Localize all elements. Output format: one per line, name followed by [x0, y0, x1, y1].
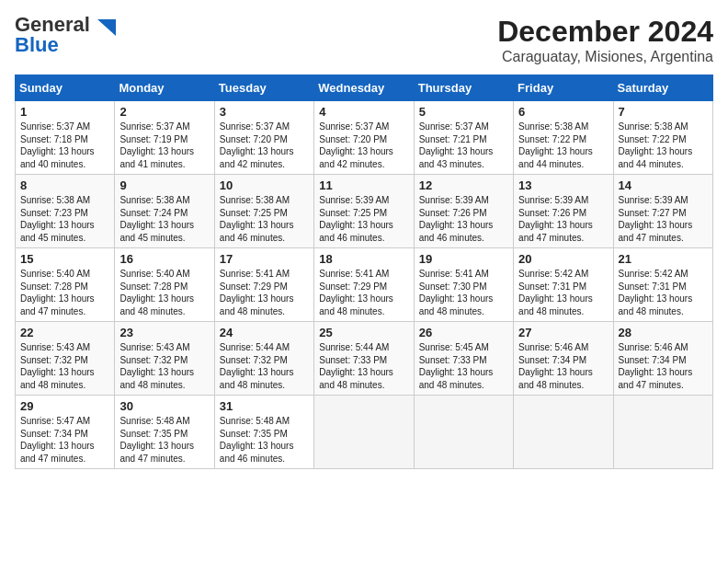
calendar-cell: 28 Sunrise: 5:46 AM Sunset: 7:34 PM Dayl…: [613, 322, 712, 396]
day-info: Sunrise: 5:37 AM Sunset: 7:21 PM Dayligh…: [419, 121, 508, 170]
day-info: Sunrise: 5:48 AM Sunset: 7:35 PM Dayligh…: [220, 415, 309, 465]
day-info: Sunrise: 5:43 AM Sunset: 7:32 PM Dayligh…: [20, 341, 109, 391]
calendar-cell: 21 Sunrise: 5:42 AM Sunset: 7:31 PM Dayl…: [613, 248, 712, 322]
day-info: Sunrise: 5:38 AM Sunset: 7:22 PM Dayligh…: [518, 121, 608, 170]
logo-icon: [92, 16, 118, 41]
day-info: Sunrise: 5:37 AM Sunset: 7:20 PM Dayligh…: [220, 121, 309, 170]
calendar-cell: 26 Sunrise: 5:45 AM Sunset: 7:33 PM Dayl…: [414, 322, 513, 396]
day-info: Sunrise: 5:37 AM Sunset: 7:18 PM Dayligh…: [20, 121, 109, 170]
day-number: 9: [119, 178, 209, 192]
calendar-cell: [414, 396, 513, 469]
day-number: 30: [119, 399, 209, 413]
calendar-cell: 24 Sunrise: 5:44 AM Sunset: 7:32 PM Dayl…: [214, 322, 313, 396]
day-number: 22: [20, 326, 109, 339]
day-number: 6: [518, 105, 608, 119]
calendar-cell: [613, 396, 712, 469]
calendar-cell: 16 Sunrise: 5:40 AM Sunset: 7:28 PM Dayl…: [115, 248, 214, 322]
calendar-cell: 1 Sunrise: 5:37 AM Sunset: 7:18 PM Dayli…: [16, 101, 115, 175]
day-info: Sunrise: 5:46 AM Sunset: 7:34 PM Dayligh…: [518, 341, 608, 391]
day-number: 10: [220, 178, 309, 192]
calendar-subtitle: Caraguatay, Misiones, Argentina: [497, 49, 713, 65]
calendar-week-row: 8 Sunrise: 5:38 AM Sunset: 7:23 PM Dayli…: [16, 175, 713, 248]
day-number: 17: [220, 252, 309, 266]
day-info: Sunrise: 5:38 AM Sunset: 7:25 PM Dayligh…: [220, 194, 309, 244]
day-info: Sunrise: 5:39 AM Sunset: 7:25 PM Dayligh…: [319, 194, 408, 244]
calendar-cell: 10 Sunrise: 5:38 AM Sunset: 7:25 PM Dayl…: [214, 175, 313, 248]
logo-text: General Blue: [15, 15, 90, 55]
day-number: 25: [319, 326, 408, 339]
calendar-cell: 6 Sunrise: 5:38 AM Sunset: 7:22 PM Dayli…: [514, 101, 613, 175]
weekday-header-friday: Friday: [514, 75, 613, 101]
calendar-cell: 19 Sunrise: 5:41 AM Sunset: 7:30 PM Dayl…: [414, 248, 513, 322]
calendar-cell: 12 Sunrise: 5:39 AM Sunset: 7:26 PM Dayl…: [414, 175, 513, 248]
calendar-week-row: 29 Sunrise: 5:47 AM Sunset: 7:34 PM Dayl…: [16, 396, 713, 469]
calendar-cell: 11 Sunrise: 5:39 AM Sunset: 7:25 PM Dayl…: [314, 175, 414, 248]
logo-blue: Blue: [15, 33, 59, 56]
day-info: Sunrise: 5:48 AM Sunset: 7:35 PM Dayligh…: [119, 415, 209, 465]
calendar-cell: 3 Sunrise: 5:37 AM Sunset: 7:20 PM Dayli…: [214, 101, 313, 175]
day-info: Sunrise: 5:40 AM Sunset: 7:28 PM Dayligh…: [119, 268, 209, 317]
day-number: 16: [119, 252, 209, 266]
day-number: 2: [119, 105, 209, 119]
day-number: 8: [20, 178, 109, 192]
day-number: 19: [419, 252, 508, 266]
weekday-header-wednesday: Wednesday: [314, 75, 414, 101]
day-number: 23: [119, 326, 209, 339]
calendar-cell: 8 Sunrise: 5:38 AM Sunset: 7:23 PM Dayli…: [16, 175, 115, 248]
calendar-cell: 23 Sunrise: 5:43 AM Sunset: 7:32 PM Dayl…: [115, 322, 214, 396]
calendar-week-row: 22 Sunrise: 5:43 AM Sunset: 7:32 PM Dayl…: [16, 322, 713, 396]
weekday-header-tuesday: Tuesday: [214, 75, 313, 101]
day-number: 28: [619, 326, 708, 339]
day-info: Sunrise: 5:38 AM Sunset: 7:23 PM Dayligh…: [20, 194, 109, 244]
day-number: 12: [419, 178, 508, 192]
day-number: 11: [319, 178, 408, 192]
day-info: Sunrise: 5:41 AM Sunset: 7:30 PM Dayligh…: [419, 268, 508, 317]
day-number: 5: [419, 105, 508, 119]
day-number: 3: [220, 105, 309, 119]
day-number: 18: [319, 252, 408, 266]
day-info: Sunrise: 5:37 AM Sunset: 7:20 PM Dayligh…: [319, 121, 408, 170]
day-number: 7: [619, 105, 708, 119]
day-info: Sunrise: 5:42 AM Sunset: 7:31 PM Dayligh…: [518, 268, 608, 317]
day-number: 26: [419, 326, 508, 339]
calendar-cell: 5 Sunrise: 5:37 AM Sunset: 7:21 PM Dayli…: [414, 101, 513, 175]
calendar-cell: 22 Sunrise: 5:43 AM Sunset: 7:32 PM Dayl…: [16, 322, 115, 396]
day-number: 14: [619, 178, 708, 192]
day-number: 4: [319, 105, 408, 119]
day-number: 21: [619, 252, 708, 266]
day-info: Sunrise: 5:41 AM Sunset: 7:29 PM Dayligh…: [220, 268, 309, 317]
day-info: Sunrise: 5:38 AM Sunset: 7:22 PM Dayligh…: [619, 121, 708, 170]
calendar-cell: 17 Sunrise: 5:41 AM Sunset: 7:29 PM Dayl…: [214, 248, 313, 322]
day-number: 24: [220, 326, 309, 339]
page-header: General Blue December 2024 Caraguatay, M…: [15, 15, 713, 65]
calendar-title: December 2024: [497, 15, 713, 49]
calendar-cell: [514, 396, 613, 469]
day-info: Sunrise: 5:47 AM Sunset: 7:34 PM Dayligh…: [20, 415, 109, 465]
calendar-cell: 9 Sunrise: 5:38 AM Sunset: 7:24 PM Dayli…: [115, 175, 214, 248]
day-info: Sunrise: 5:39 AM Sunset: 7:26 PM Dayligh…: [419, 194, 508, 244]
day-number: 31: [220, 399, 309, 413]
calendar-cell: 25 Sunrise: 5:44 AM Sunset: 7:33 PM Dayl…: [314, 322, 414, 396]
calendar-week-row: 15 Sunrise: 5:40 AM Sunset: 7:28 PM Dayl…: [16, 248, 713, 322]
logo: General Blue: [15, 15, 118, 55]
calendar-cell: 13 Sunrise: 5:39 AM Sunset: 7:26 PM Dayl…: [514, 175, 613, 248]
day-info: Sunrise: 5:39 AM Sunset: 7:26 PM Dayligh…: [518, 194, 608, 244]
day-info: Sunrise: 5:43 AM Sunset: 7:32 PM Dayligh…: [119, 341, 209, 391]
calendar-cell: 20 Sunrise: 5:42 AM Sunset: 7:31 PM Dayl…: [514, 248, 613, 322]
calendar-week-row: 1 Sunrise: 5:37 AM Sunset: 7:18 PM Dayli…: [16, 101, 713, 175]
calendar-cell: 18 Sunrise: 5:41 AM Sunset: 7:29 PM Dayl…: [314, 248, 414, 322]
day-info: Sunrise: 5:39 AM Sunset: 7:27 PM Dayligh…: [619, 194, 708, 244]
day-number: 27: [518, 326, 608, 339]
weekday-header-monday: Monday: [115, 75, 214, 101]
calendar-cell: 2 Sunrise: 5:37 AM Sunset: 7:19 PM Dayli…: [115, 101, 214, 175]
calendar-cell: 14 Sunrise: 5:39 AM Sunset: 7:27 PM Dayl…: [613, 175, 712, 248]
day-info: Sunrise: 5:45 AM Sunset: 7:33 PM Dayligh…: [419, 341, 508, 391]
weekday-header-thursday: Thursday: [414, 75, 513, 101]
calendar-cell: 31 Sunrise: 5:48 AM Sunset: 7:35 PM Dayl…: [214, 396, 313, 469]
svg-marker-0: [97, 19, 116, 36]
day-number: 29: [20, 399, 109, 413]
calendar-cell: 15 Sunrise: 5:40 AM Sunset: 7:28 PM Dayl…: [16, 248, 115, 322]
calendar-cell: 27 Sunrise: 5:46 AM Sunset: 7:34 PM Dayl…: [514, 322, 613, 396]
calendar-cell: 4 Sunrise: 5:37 AM Sunset: 7:20 PM Dayli…: [314, 101, 414, 175]
weekday-header-sunday: Sunday: [16, 75, 115, 101]
